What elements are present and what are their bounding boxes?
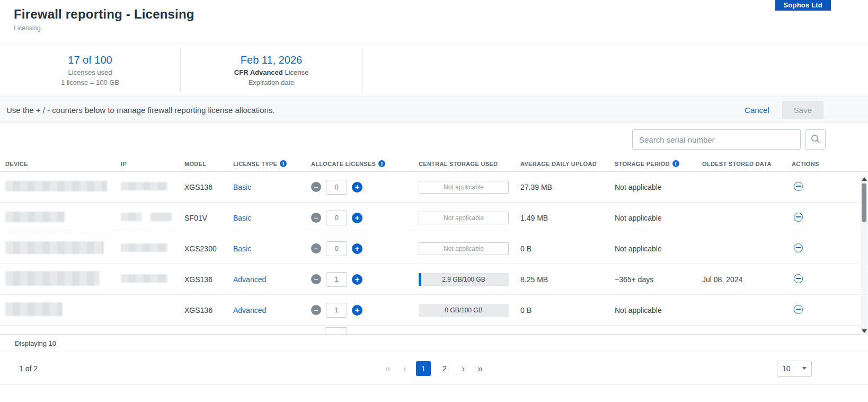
allocate-input[interactable] xyxy=(325,327,347,334)
deallocate-license-button[interactable] xyxy=(794,213,803,223)
redacted-device-name xyxy=(5,212,65,222)
prev-page-button[interactable]: ‹ xyxy=(400,363,410,374)
account-badge: Sophos Ltd xyxy=(775,0,831,11)
minus-icon: − xyxy=(314,275,318,283)
allocate-input[interactable] xyxy=(326,272,347,287)
cancel-button[interactable]: Cancel xyxy=(745,106,769,115)
central-storage-cell: Not applicable xyxy=(419,212,520,224)
allocate-licenses-cell: − + xyxy=(311,303,419,318)
instruction-bar: Use the + / - counters below to manage f… xyxy=(0,97,868,123)
decrement-license-button[interactable]: − xyxy=(311,243,321,254)
avg-daily-upload-cell: 8.25 MB xyxy=(520,275,615,284)
column-header-average-daily-upload: AVERAGE DAILY UPLOAD xyxy=(520,161,615,167)
license-type-link[interactable]: Advanced xyxy=(233,275,266,284)
stat-licenses-used: 17 of 100 Licenses used 1 license = 100 … xyxy=(0,54,180,86)
allocate-input[interactable] xyxy=(326,180,347,195)
displaying-count: Displaying 10 xyxy=(15,339,56,347)
increment-license-button[interactable]: + xyxy=(352,274,362,285)
ip-cell xyxy=(121,274,184,284)
plus-icon: + xyxy=(355,244,360,252)
license-type-link[interactable]: Basic xyxy=(233,183,251,191)
license-type-cell: Advanced xyxy=(233,275,311,284)
licensing-page: Sophos Ltd Firewall reporting - Licensin… xyxy=(0,0,868,402)
scroll-down-icon[interactable] xyxy=(862,329,867,333)
avg-daily-upload-cell: 0 B xyxy=(520,244,615,253)
allocate-input[interactable] xyxy=(326,211,347,225)
search-button[interactable] xyxy=(805,129,826,150)
storage-period-cell: Not applicable xyxy=(615,183,702,191)
decrement-license-button[interactable]: − xyxy=(311,274,321,284)
decrement-license-button[interactable]: − xyxy=(311,305,321,315)
model-cell: XGS136 xyxy=(184,183,233,191)
column-header-storage-period: STORAGE PERIODi xyxy=(615,160,702,167)
page-header: Firewall reporting - Licensing Licensing xyxy=(0,0,868,43)
deallocate-license-button[interactable] xyxy=(794,305,803,316)
license-type-cell: Basic xyxy=(233,183,311,191)
scrollbar-thumb[interactable] xyxy=(862,183,866,222)
instruction-text: Use the + / - counters below to manage f… xyxy=(6,106,745,115)
page-button-2[interactable]: 2 xyxy=(437,361,452,376)
circled-minus-icon xyxy=(794,213,803,222)
license-type-link[interactable]: Advanced xyxy=(233,306,266,314)
circled-minus-icon xyxy=(794,182,803,191)
pagination-row: 1 of 2 « ‹ 12 › » 10 xyxy=(0,352,868,385)
storage-used-text: 2.9 GB/100 GB xyxy=(442,276,485,283)
storage-used-fill xyxy=(419,273,421,286)
decrement-license-button[interactable]: − xyxy=(311,182,321,192)
license-type-cell: Basic xyxy=(233,244,311,253)
storage-used-box: Not applicable xyxy=(419,242,509,255)
minus-icon: − xyxy=(314,244,318,252)
increment-license-button[interactable]: + xyxy=(352,213,362,223)
avg-daily-upload-cell: 1.49 MB xyxy=(520,214,615,222)
page-button-1[interactable]: 1 xyxy=(416,361,431,376)
allocate-licenses-cell: − + xyxy=(311,241,419,256)
deallocate-license-button[interactable] xyxy=(794,182,803,193)
central-storage-cell: Not applicable xyxy=(419,242,520,255)
last-page-button[interactable]: » xyxy=(474,363,486,374)
central-storage-cell: 2.9 GB/100 GB xyxy=(419,273,520,286)
scroll-up-icon[interactable] xyxy=(862,177,867,181)
plus-icon: + xyxy=(355,306,360,314)
central-storage-cell: 0 GB/100 GB xyxy=(419,304,520,317)
storage-period-cell: Not applicable xyxy=(615,306,702,314)
save-button[interactable]: Save xyxy=(782,101,823,119)
page-title: Firewall reporting - Licensing xyxy=(14,7,868,22)
ip-cell xyxy=(121,182,184,192)
circled-minus-icon xyxy=(794,243,803,252)
license-type-link[interactable]: Basic xyxy=(233,214,251,222)
decrement-license-button[interactable]: − xyxy=(311,213,321,223)
increment-license-button[interactable]: + xyxy=(352,243,362,254)
table-row: XGS2300 Basic − + Not applicable 0 B Not… xyxy=(0,233,868,264)
search-input[interactable] xyxy=(632,129,801,150)
pagination: « ‹ 12 › » xyxy=(382,361,486,376)
allocate-input[interactable] xyxy=(326,241,347,256)
deallocate-license-button[interactable] xyxy=(794,243,803,254)
licenses-used-note: 1 license = 100 GB xyxy=(0,78,180,86)
increment-license-button[interactable]: + xyxy=(352,182,362,193)
table-row: XGS136 Basic − + Not applicable 27.39 MB… xyxy=(0,172,868,203)
info-icon[interactable]: i xyxy=(672,160,679,167)
license-type-link[interactable]: Basic xyxy=(233,244,251,253)
storage-used-text: Not applicable xyxy=(444,183,484,191)
ip-cell xyxy=(121,243,184,254)
device-cell xyxy=(5,302,121,318)
chevron-down-icon xyxy=(802,367,807,370)
license-type-cell: Advanced xyxy=(233,306,311,314)
increment-license-button[interactable]: + xyxy=(352,305,362,316)
page-size-select[interactable]: 10 xyxy=(777,361,812,377)
avg-daily-upload-cell: 0 B xyxy=(520,306,615,314)
licenses-used-label: Licenses used xyxy=(0,68,180,76)
info-icon[interactable]: i xyxy=(378,160,385,167)
table-row: XGS136 Advanced − + 0 GB/100 GB 0 B Not … xyxy=(0,295,868,326)
allocate-input[interactable] xyxy=(326,303,347,318)
info-icon[interactable]: i xyxy=(280,160,287,167)
vertical-scrollbar[interactable] xyxy=(861,176,867,335)
storage-period-cell: ~365+ days xyxy=(615,275,702,284)
search-row xyxy=(0,123,868,156)
first-page-button[interactable]: « xyxy=(382,363,394,374)
expiration-label: Expiration date xyxy=(181,78,362,86)
allocate-licenses-cell: − + xyxy=(311,180,419,195)
deallocate-license-button[interactable] xyxy=(794,274,803,285)
next-page-button[interactable]: › xyxy=(458,363,468,374)
page-summary: 1 of 2 xyxy=(19,364,38,373)
